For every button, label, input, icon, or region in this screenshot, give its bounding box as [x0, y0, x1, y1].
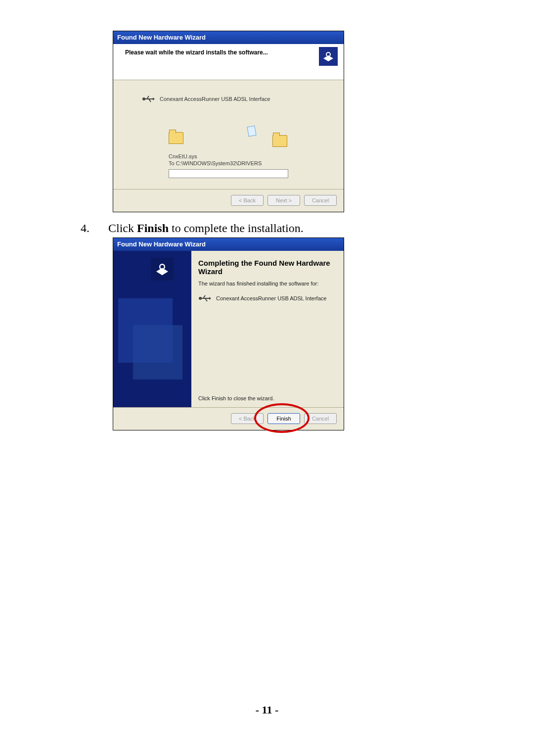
step-text-pre: Click [108, 222, 137, 235]
progress-bar [169, 169, 288, 178]
button-row: < Back Next > Cancel [113, 189, 344, 211]
device-row: Conexant AccessRunner USB ADSL Interface [198, 293, 337, 303]
finished-text: The wizard has finished installing the s… [198, 281, 337, 286]
step-4-instruction: 4.Click Finish to complete the installat… [81, 222, 304, 235]
step-number: 4. [81, 222, 108, 235]
cancel-button: Cancel [304, 413, 337, 424]
dest-folder-icon [272, 135, 287, 147]
dialog-header: Please wait while the wizard installs th… [113, 44, 344, 80]
titlebar: Found New Hardware Wizard [113, 31, 344, 44]
page-number: - 11 - [0, 704, 534, 716]
svg-marker-15 [209, 297, 211, 300]
sidebar-graphic [113, 251, 191, 407]
install-icon [319, 47, 338, 66]
button-row: < Back Finish Cancel [113, 407, 344, 429]
wizard-installing-dialog: Found New Hardware Wizard Please wait wh… [113, 31, 344, 212]
destination-label: To C:\WINDOWS\System32\DRIVERS [169, 160, 262, 166]
back-button: < Back [231, 195, 264, 206]
next-button: Next > [267, 195, 300, 206]
wizard-completing-dialog: Found New Hardware Wizard Completing the… [113, 237, 344, 430]
usb-icon [198, 293, 211, 303]
step-text-post: to complete the installation. [169, 222, 304, 235]
source-folder-icon [169, 132, 183, 144]
copy-animation [169, 132, 297, 152]
cancel-button[interactable]: Cancel [304, 195, 337, 206]
device-name: Conexant AccessRunner USB ADSL Interface [160, 96, 270, 102]
document-page: Found New Hardware Wizard Please wait wh… [0, 0, 534, 756]
header-text: Please wait while the wizard installs th… [125, 49, 268, 56]
file-name-label: CnxEtU.sys [169, 153, 197, 159]
completing-heading: Completing the Found New Hardware Wizard [198, 259, 337, 276]
usb-icon [142, 94, 155, 104]
flying-file-icon [247, 126, 256, 137]
dialog-main: Completing the Found New Hardware Wizard… [191, 251, 344, 407]
device-row: Conexant AccessRunner USB ADSL Interface [142, 94, 270, 104]
device-name: Conexant AccessRunner USB ADSL Interface [216, 295, 326, 301]
step-text-bold: Finish [137, 222, 169, 235]
finish-button[interactable]: Finish [267, 413, 300, 424]
svg-marker-7 [153, 97, 155, 100]
dialog-content: Completing the Found New Hardware Wizard… [113, 251, 344, 407]
dialog-body: Conexant AccessRunner USB ADSL Interface… [113, 80, 344, 189]
install-icon [151, 258, 174, 281]
close-hint: Click Finish to close the wizard. [198, 395, 274, 401]
titlebar: Found New Hardware Wizard [113, 238, 344, 251]
back-button: < Back [231, 413, 264, 424]
